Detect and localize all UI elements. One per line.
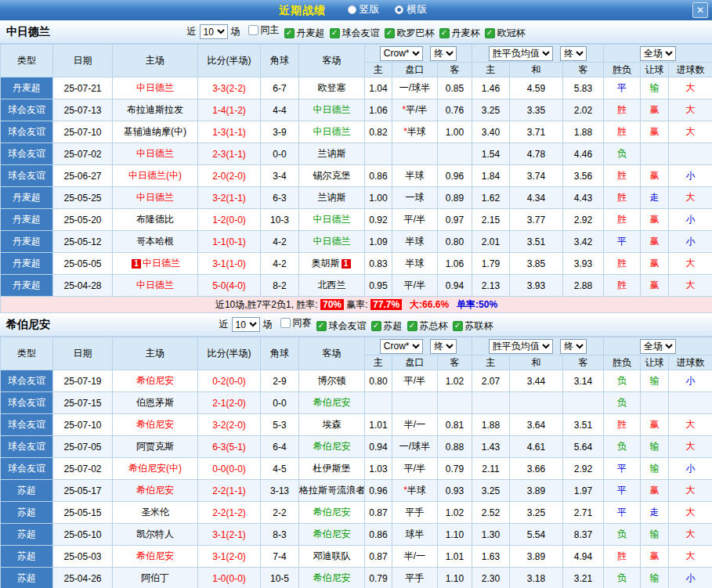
goals-result-cell (669, 392, 712, 414)
checkbox-checked-icon[interactable]: ✓ (371, 321, 381, 331)
bookmaker-select[interactable]: Crow* (380, 339, 423, 354)
europe-away-odds-cell: 1.88 (563, 121, 604, 143)
home-team-cell: 中日德兰(中) (113, 165, 198, 187)
league-filter[interactable]: ✓欧冠杯 (485, 27, 526, 40)
date-cell: 25-05-03 (53, 546, 113, 568)
games-count-select[interactable]: 10 (232, 317, 260, 332)
league-filter[interactable]: ✓苏超 (371, 319, 403, 333)
checkbox-checked-icon[interactable]: ✓ (284, 28, 295, 38)
handicap-result-cell: 赢 (641, 275, 669, 297)
games-count-select[interactable]: 10 (200, 24, 228, 39)
result-cell: 胜 (604, 99, 641, 121)
asia-away-odds-cell: 1.10 (438, 524, 472, 546)
europe-home-odds-cell: 3.40 (472, 121, 510, 143)
checkbox-checked-icon[interactable]: ✓ (439, 28, 450, 38)
league-filter[interactable]: ✓丹麦杯 (439, 27, 480, 40)
layout-option-vertical[interactable]: 竖版 (348, 2, 380, 16)
checkbox-checked-icon[interactable]: ✓ (385, 28, 395, 38)
bookmaker-select[interactable]: Crow* (380, 46, 423, 61)
goals-result-cell: 大 (669, 480, 712, 502)
col-away: 客场 (299, 337, 365, 370)
result-cell: 负 (604, 568, 641, 588)
result-header: 全场 (604, 337, 712, 355)
asia-stage-select[interactable]: 终 (430, 339, 457, 354)
away-gives-handicap-mark: * (403, 485, 407, 496)
league-cell: 球会友谊 (1, 458, 53, 480)
checkbox-checked-icon[interactable]: ✓ (330, 28, 340, 38)
date-cell: 25-07-13 (53, 99, 113, 121)
corner-cell: 8-2 (261, 275, 299, 297)
col-date: 日期 (53, 45, 113, 78)
europe-odds-header: 胜平负均值 终 (472, 45, 604, 63)
europe-home-odds-cell: 3.25 (472, 480, 510, 502)
asia-away-odds-cell (438, 143, 472, 165)
handicap-result-cell: 赢 (641, 121, 669, 143)
home-team-cell: 布隆德比 (113, 209, 198, 231)
europe-avg-select[interactable]: 胜平负均值 (489, 46, 553, 61)
date-cell: 25-04-28 (53, 275, 113, 297)
league-filter[interactable]: ✓丹麦超 (284, 27, 325, 40)
europe-stage-select[interactable]: 终 (560, 339, 587, 354)
handicap-cell: 球半 (392, 524, 438, 546)
checkbox-checked-icon[interactable]: ✓ (485, 28, 495, 38)
league-filter[interactable]: ✓球会友谊 (316, 319, 367, 333)
asia-away-odds-cell: 1.00 (438, 121, 472, 143)
europe-home-odds-cell: 1.79 (472, 253, 510, 275)
score-cell: 0-0(0-0) (198, 458, 261, 480)
result-cell: 胜 (604, 414, 641, 436)
layout-option-horizontal[interactable]: 横版 (395, 2, 427, 16)
away-team-cell: 中日德兰 (299, 121, 365, 143)
games-label: 场 (231, 25, 240, 38)
checkbox-unchecked-icon[interactable] (248, 25, 258, 35)
league-filter[interactable]: 同赛 (280, 316, 312, 330)
result-cell: 胜 (604, 253, 641, 275)
handicap-cell: 半球 (392, 231, 438, 253)
checkbox-unchecked-icon[interactable] (280, 318, 291, 328)
away-team-name: 希伯尼安 (313, 507, 351, 518)
col-asia-handicap: 盘口 (392, 63, 438, 78)
home-team-cell: 中日德兰 (113, 275, 198, 297)
europe-away-odds-cell: 5.64 (563, 436, 604, 458)
result-cell: 平 (604, 458, 641, 480)
score-cell: 3-1(2-1) (198, 524, 261, 546)
match-row: 苏超25-05-10凯尔特人3-1(2-1)8-3希伯尼安0.86球半1.101… (1, 524, 712, 546)
europe-avg-select[interactable]: 胜平负均值 (489, 339, 553, 354)
league-filter[interactable]: 同主 (248, 23, 280, 37)
europe-draw-odds-cell: 4.59 (510, 78, 563, 99)
checkbox-checked-icon[interactable]: ✓ (316, 321, 327, 331)
europe-draw-odds-cell: 3.71 (510, 121, 563, 143)
summary-text: 赢率: (344, 299, 370, 310)
away-team-cell: 邓迪联队 (299, 546, 365, 568)
handicap-result-cell: 赢 (641, 165, 669, 187)
asia-home-odds-cell: 1.06 (365, 99, 392, 121)
filter-label: 丹麦超 (297, 27, 325, 40)
match-row: 丹麦超25-07-21中日德兰3-3(2-2)6-7欧登塞1.04一/球半0.8… (1, 78, 712, 99)
league-filter[interactable]: ✓球会友谊 (330, 27, 380, 40)
europe-home-odds-cell: 1.63 (472, 546, 510, 568)
europe-draw-odds-cell: 5.54 (510, 524, 563, 546)
away-team-cell: 中日德兰 (299, 209, 365, 231)
asia-stage-select[interactable]: 终 (430, 46, 457, 61)
europe-draw-odds-cell: 4.61 (510, 436, 563, 458)
home-team-cell: 阿贾克斯 (113, 436, 198, 458)
scope-select[interactable]: 全场 (640, 46, 676, 61)
away-team-name: 北西兰 (318, 280, 346, 290)
league-cell: 丹麦超 (1, 231, 53, 253)
league-filter[interactable]: ✓欧罗巴杯 (385, 27, 435, 40)
checkbox-checked-icon[interactable]: ✓ (407, 321, 417, 331)
league-cell: 丹麦超 (1, 275, 53, 297)
home-team-cell: 圣米伦 (113, 502, 198, 524)
league-filter[interactable]: ✓苏联杯 (453, 319, 493, 333)
goals-result-cell: 小 (669, 458, 712, 480)
close-button[interactable]: ✕ (692, 2, 708, 18)
league-filter[interactable]: ✓苏总杯 (407, 319, 448, 333)
col-result: 胜负 (604, 63, 641, 78)
scope-select[interactable]: 全场 (640, 339, 676, 354)
home-team-cell: 1中日德兰 (113, 253, 198, 275)
handicap-result-cell: 走 (641, 502, 669, 524)
europe-home-odds-cell: 1.62 (472, 187, 510, 209)
europe-stage-select[interactable]: 终 (560, 46, 587, 61)
away-team-cell: 杜伊斯堡 (299, 458, 365, 480)
europe-draw-odds-cell: 3.93 (510, 275, 563, 297)
checkbox-checked-icon[interactable]: ✓ (453, 321, 463, 331)
